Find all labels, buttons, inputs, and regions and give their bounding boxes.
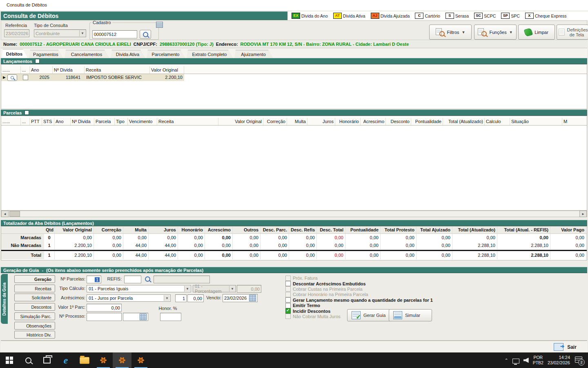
column-header-n-divida[interactable]: Nº Divida <box>71 118 94 125</box>
column-header-calculo[interactable]: Calculo <box>485 118 510 125</box>
calendar-icon[interactable] <box>249 295 256 301</box>
scroll-left-icon[interactable]: ◄ <box>1 211 9 217</box>
cadastro-input[interactable]: 000007512 <box>92 30 137 38</box>
column-header-acrescimo[interactable]: Acrescimo <box>361 118 386 125</box>
column-header-ano[interactable]: Ano <box>30 66 53 74</box>
column-header-multa[interactable]: Multa <box>287 118 307 125</box>
notification-button[interactable]: 2 <box>574 356 584 365</box>
tab-cancelamentos[interactable]: Cancelamentos <box>65 50 109 58</box>
column-header-n-divida[interactable]: Nº Divida <box>53 66 85 74</box>
column-header-[interactable]: ...... <box>1 118 21 125</box>
acrescimos-select[interactable]: 01 - Juros por Parcela ▼ <box>87 294 171 302</box>
checkbox-gerar-lancamento-mesmo-quando-a-quantidade-de-parcelas-for-1[interactable]: Gerar Lançamento mesmo quando a quantida… <box>285 298 433 303</box>
app-button-2[interactable] <box>113 352 131 368</box>
network-icon[interactable] <box>512 359 519 364</box>
taskbar-search-button[interactable] <box>19 352 38 368</box>
column-header-receita[interactable]: Receita <box>85 66 150 74</box>
language-indicator[interactable]: PORPTB2 <box>533 355 543 366</box>
clock[interactable]: 14:2423/02/2026 <box>548 355 570 366</box>
checkbox-cobrar-custas-na-primeira-parcela[interactable]: Cobrar Custas na Primeira Parcela <box>285 287 433 292</box>
simular-button[interactable]: Simular <box>389 309 432 321</box>
column-header-ptt[interactable]: PTT <box>30 118 42 125</box>
row-marker-icon: ▶ <box>1 74 6 81</box>
funcoes-button[interactable]: Funções ▼ <box>474 25 517 40</box>
tab-ajuizamento[interactable]: Ajuizamento <box>234 50 273 58</box>
sidebar-button-historico-div[interactable]: Histórico Div. <box>14 331 55 339</box>
window-titlebar: Consulta de Débitos <box>0 0 588 11</box>
grid-view-button[interactable] <box>156 21 163 28</box>
column-header-tipo[interactable]: Tipo <box>115 118 128 125</box>
app-button-1[interactable] <box>94 352 113 368</box>
acrescimos-amount-input[interactable]: 0,00 <box>187 294 204 302</box>
tipo-consulta-select[interactable]: Contribuinte ▼ <box>34 29 86 37</box>
column-header-honorario[interactable]: Honorário <box>335 118 361 125</box>
referencia-field[interactable]: 23/02/2026 <box>4 29 29 37</box>
definicoes-tela-button[interactable]: Definições de Tela <box>557 25 588 40</box>
column-header-[interactable]: ... <box>21 118 30 125</box>
column-header-situacao[interactable]: Situação <box>510 118 562 125</box>
volume-icon[interactable] <box>523 358 529 363</box>
column-header-pontualidade[interactable]: Pontualidade <box>411 118 443 125</box>
calendar-icon[interactable] <box>140 314 147 320</box>
cell-total-atual-refis: 2.288,10 <box>497 251 550 259</box>
column-header-parcela[interactable]: Parcela <box>94 118 115 125</box>
tab-pagamentos[interactable]: Pagamentos <box>29 50 63 58</box>
acrescimos-qtd-input[interactable]: 1 <box>175 294 187 302</box>
column-header-juros[interactable]: Juros <box>307 118 335 125</box>
vencto-input[interactable]: 23/02/2026 <box>223 294 258 302</box>
refis-input[interactable] <box>124 276 141 283</box>
column-header-[interactable]: ...... <box>1 66 21 74</box>
honor-input[interactable] <box>160 313 181 321</box>
chevron-up-icon[interactable]: ⌃ <box>504 358 508 363</box>
column-header-valor-original[interactable]: Valor Original <box>218 118 263 125</box>
checkbox-cobrar-honorario-na-primeira-parcela[interactable]: Cobrar Honorário na Primeira Parcela <box>285 292 433 297</box>
legend-label: SPC <box>511 13 520 18</box>
gerar-guia-icon <box>352 311 361 319</box>
column-header-desconto[interactable]: Desconto <box>386 118 411 125</box>
detalhes-da-guia-tab[interactable]: Detalhes da Guia <box>1 274 8 324</box>
scrollbar-thumb[interactable] <box>9 211 20 217</box>
sair-button[interactable]: Sair <box>545 342 586 352</box>
sidebar-button-observacoes[interactable]: Observações <box>14 322 55 330</box>
lancamentos-header-row: .........AnoNº DividaReceitaValor Origin… <box>1 66 587 74</box>
column-header-ano[interactable]: Ano <box>54 118 71 125</box>
scroll-right-icon[interactable]: ► <box>579 211 587 217</box>
processo-date-input[interactable] <box>123 313 148 321</box>
filtros-button[interactable]: Filtros ▼ <box>429 25 472 40</box>
start-button[interactable] <box>0 352 19 368</box>
column-header-[interactable]: ... <box>21 66 30 74</box>
column-header-receita[interactable]: Receita <box>157 118 218 125</box>
column-header-total-atualizado[interactable]: Total (Atualizado) <box>443 118 485 125</box>
n-parcelas-input[interactable]: 1 <box>87 276 101 283</box>
column-header-sts[interactable]: STS <box>42 118 54 125</box>
refis-search-button[interactable] <box>143 275 152 283</box>
tab-debitos[interactable]: Débitos <box>2 49 28 58</box>
checkbox-descontar-acrescimos-embutidos[interactable]: Descontar Acréscimos Embutidos <box>285 281 433 286</box>
column-header-valor-original[interactable]: Valor Original <box>150 66 184 74</box>
horizontal-scrollbar[interactable]: ◄ ► <box>1 211 587 217</box>
tab-extrato-completo[interactable]: Extrato Completo <box>187 50 233 58</box>
row-search-button[interactable] <box>7 74 17 81</box>
column-header-m[interactable]: M <box>562 118 587 125</box>
file-explorer-button[interactable] <box>75 352 94 368</box>
limpar-button[interactable]: Limpar <box>518 25 555 40</box>
column-header-vencimento[interactable]: Vencimento <box>128 118 157 125</box>
row-label: Marcadas <box>1 234 44 242</box>
valor1-input[interactable]: 0,00 <box>87 304 122 312</box>
tipo-calculo-select[interactable]: 01 - Parcelas Iguais ▼ <box>87 285 191 292</box>
checkbox-prox-fatura[interactable]: Próx. Fatura <box>285 276 433 280</box>
column-header-correcao[interactable]: Correção <box>263 118 287 125</box>
lancamentos-header-checkbox[interactable] <box>35 59 40 63</box>
task-view-button[interactable] <box>38 352 56 368</box>
table-row[interactable]: ▶ 2025 118641 IMPOSTO SOBRE SERVIC 2.200… <box>1 74 184 81</box>
cadastro-search-button[interactable] <box>140 30 151 39</box>
gerar-guia-button[interactable]: Gerar Guia <box>347 309 392 321</box>
processo-input[interactable] <box>87 313 122 321</box>
tab-divida-ativa[interactable]: Divida Ativa <box>111 50 145 58</box>
app-button-3[interactable] <box>131 352 150 368</box>
tab-parcelamento[interactable]: Parcelamento <box>147 50 185 58</box>
checkbox-emitir-termo[interactable]: Emitir Termo <box>285 303 433 308</box>
row-checkbox[interactable] <box>23 75 28 80</box>
internet-explorer-button[interactable]: e <box>56 352 75 368</box>
parcelas-header-checkbox[interactable] <box>24 110 29 115</box>
